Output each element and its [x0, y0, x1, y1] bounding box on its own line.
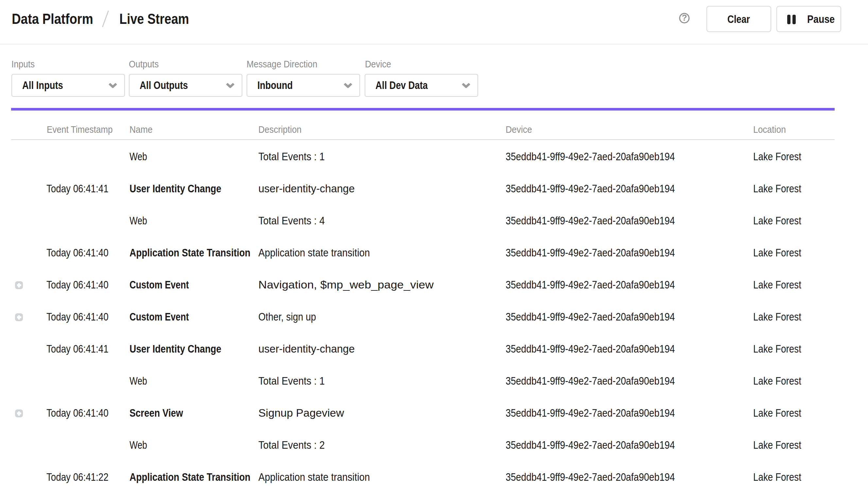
svg-text:?: ?	[682, 13, 687, 23]
